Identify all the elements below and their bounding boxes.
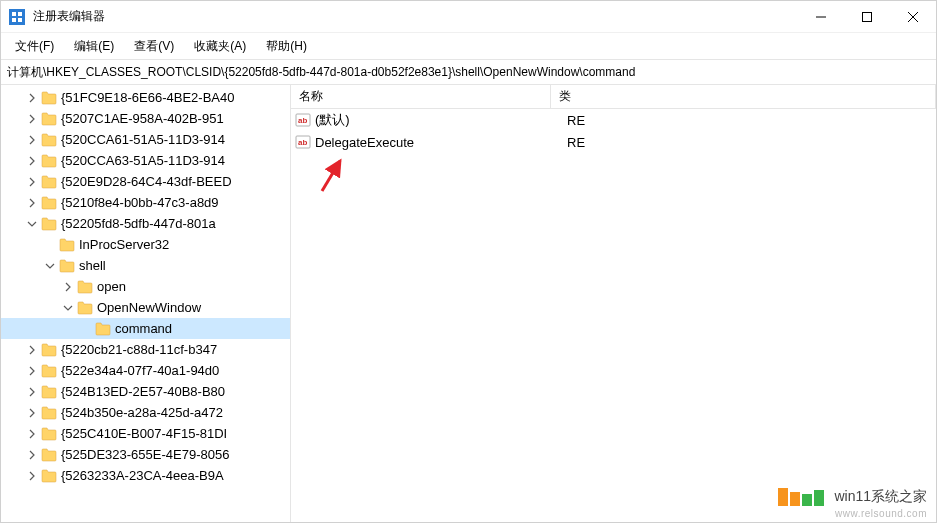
string-value-icon: ab xyxy=(295,134,311,150)
tree-node[interactable]: OpenNewWindow xyxy=(1,297,290,318)
tree-node[interactable]: InProcServer32 xyxy=(1,234,290,255)
value-name: (默认) xyxy=(315,111,567,129)
tree-node[interactable]: {524b350e-a28a-425d-a472 xyxy=(1,402,290,423)
tree-node-label: {522e34a4-07f7-40a1-94d0 xyxy=(61,363,219,378)
tree-node[interactable]: command xyxy=(1,318,290,339)
chevron-right-icon[interactable] xyxy=(25,448,39,462)
tree-node-label: {520CCA61-51A5-11D3-914 xyxy=(61,132,225,147)
tree-node[interactable]: {5220cb21-c88d-11cf-b347 xyxy=(1,339,290,360)
tree-node[interactable]: {522e34a4-07f7-40a1-94d0 xyxy=(1,360,290,381)
tree-node-label: {524B13ED-2E57-40B8-B80 xyxy=(61,384,225,399)
menu-file[interactable]: 文件(F) xyxy=(5,36,64,57)
folder-icon xyxy=(41,406,57,420)
menu-favorites[interactable]: 收藏夹(A) xyxy=(184,36,256,57)
folder-icon xyxy=(41,133,57,147)
tree-node[interactable]: {520E9D28-64C4-43df-BEED xyxy=(1,171,290,192)
tree-node[interactable]: {524B13ED-2E57-40B8-B80 xyxy=(1,381,290,402)
tree-node[interactable]: {5263233A-23CA-4eea-B9A xyxy=(1,465,290,486)
chevron-down-icon[interactable] xyxy=(25,217,39,231)
chevron-right-icon[interactable] xyxy=(25,343,39,357)
folder-icon xyxy=(41,427,57,441)
tree-node-label: OpenNewWindow xyxy=(97,300,201,315)
col-name[interactable]: 名称 xyxy=(291,85,551,108)
regedit-window: 注册表编辑器 文件(F) 编辑(E) 查看(V) 收藏夹(A) 帮助(H) 计算… xyxy=(0,0,937,523)
folder-icon xyxy=(41,448,57,462)
folder-icon xyxy=(41,175,57,189)
tree-node[interactable]: {525DE323-655E-4E79-8056 xyxy=(1,444,290,465)
tree-node-label: {5220cb21-c88d-11cf-b347 xyxy=(61,342,217,357)
tree-node-label: {5263233A-23CA-4eea-B9A xyxy=(61,468,224,483)
tree-node[interactable]: {520CCA61-51A5-11D3-914 xyxy=(1,129,290,150)
window-controls xyxy=(798,1,936,33)
tree-node-label: InProcServer32 xyxy=(79,237,169,252)
chevron-right-icon[interactable] xyxy=(25,469,39,483)
window-title: 注册表编辑器 xyxy=(33,8,798,25)
tree-node-label: {520E9D28-64C4-43df-BEED xyxy=(61,174,232,189)
tree-node[interactable]: {5210f8e4-b0bb-47c3-a8d9 xyxy=(1,192,290,213)
folder-icon xyxy=(41,343,57,357)
values-panel[interactable]: 名称 类 ab(默认)REabDelegateExecuteRE xyxy=(291,85,936,522)
maximize-button[interactable] xyxy=(844,1,890,33)
chevron-right-icon[interactable] xyxy=(25,406,39,420)
svg-text:ab: ab xyxy=(298,138,307,147)
tree-node[interactable]: {5207C1AE-958A-402B-951 xyxy=(1,108,290,129)
chevron-right-icon[interactable] xyxy=(25,427,39,441)
svg-rect-2 xyxy=(12,18,16,22)
tree-node-label: {5207C1AE-958A-402B-951 xyxy=(61,111,224,126)
folder-icon xyxy=(77,280,93,294)
svg-rect-3 xyxy=(18,18,22,22)
string-value-icon: ab xyxy=(295,112,311,128)
folder-icon xyxy=(41,196,57,210)
tree-node-label: {525DE323-655E-4E79-8056 xyxy=(61,447,229,462)
tree-node[interactable]: {52205fd8-5dfb-447d-801a xyxy=(1,213,290,234)
chevron-right-icon[interactable] xyxy=(25,385,39,399)
values-header: 名称 类 xyxy=(291,85,936,109)
folder-icon xyxy=(59,259,75,273)
svg-rect-1 xyxy=(18,12,22,16)
svg-rect-5 xyxy=(863,12,872,21)
folder-icon xyxy=(41,91,57,105)
close-button[interactable] xyxy=(890,1,936,33)
folder-icon xyxy=(95,322,111,336)
app-icon xyxy=(9,9,25,25)
tree-node-label: {5210f8e4-b0bb-47c3-a8d9 xyxy=(61,195,219,210)
minimize-button[interactable] xyxy=(798,1,844,33)
chevron-right-icon[interactable] xyxy=(25,175,39,189)
tree-node-label: open xyxy=(97,279,126,294)
chevron-right-icon[interactable] xyxy=(61,280,75,294)
chevron-right-icon[interactable] xyxy=(25,196,39,210)
chevron-right-icon[interactable] xyxy=(25,112,39,126)
tree-node-label: {51FC9E18-6E66-4BE2-BA40 xyxy=(61,90,234,105)
tree-node-label: command xyxy=(115,321,172,336)
tree-node[interactable]: {525C410E-B007-4F15-81DI xyxy=(1,423,290,444)
folder-icon xyxy=(41,154,57,168)
chevron-right-icon[interactable] xyxy=(25,133,39,147)
folder-icon xyxy=(77,301,93,315)
menu-view[interactable]: 查看(V) xyxy=(124,36,184,57)
tree-node[interactable]: {520CCA63-51A5-11D3-914 xyxy=(1,150,290,171)
menu-edit[interactable]: 编辑(E) xyxy=(64,36,124,57)
col-type[interactable]: 类 xyxy=(551,85,936,108)
tree-node-label: {52205fd8-5dfb-447d-801a xyxy=(61,216,216,231)
value-row[interactable]: ab(默认)RE xyxy=(291,109,936,131)
folder-icon xyxy=(41,112,57,126)
chevron-down-icon[interactable] xyxy=(43,259,57,273)
menu-help[interactable]: 帮助(H) xyxy=(256,36,317,57)
menubar: 文件(F) 编辑(E) 查看(V) 收藏夹(A) 帮助(H) xyxy=(1,33,936,59)
tree-node-label: {520CCA63-51A5-11D3-914 xyxy=(61,153,225,168)
tree-panel[interactable]: {51FC9E18-6E66-4BE2-BA40{5207C1AE-958A-4… xyxy=(1,85,291,522)
value-type: RE xyxy=(567,135,585,150)
svg-text:ab: ab xyxy=(298,116,307,125)
tree-node[interactable]: open xyxy=(1,276,290,297)
chevron-right-icon[interactable] xyxy=(25,364,39,378)
folder-icon xyxy=(41,469,57,483)
chevron-right-icon[interactable] xyxy=(25,154,39,168)
chevron-down-icon[interactable] xyxy=(61,301,75,315)
tree-node[interactable]: {51FC9E18-6E66-4BE2-BA40 xyxy=(1,87,290,108)
folder-icon xyxy=(59,238,75,252)
tree-node-label: {524b350e-a28a-425d-a472 xyxy=(61,405,223,420)
address-bar[interactable]: 计算机\HKEY_CLASSES_ROOT\CLSID\{52205fd8-5d… xyxy=(1,59,936,85)
tree-node[interactable]: shell xyxy=(1,255,290,276)
value-row[interactable]: abDelegateExecuteRE xyxy=(291,131,936,153)
chevron-right-icon[interactable] xyxy=(25,91,39,105)
